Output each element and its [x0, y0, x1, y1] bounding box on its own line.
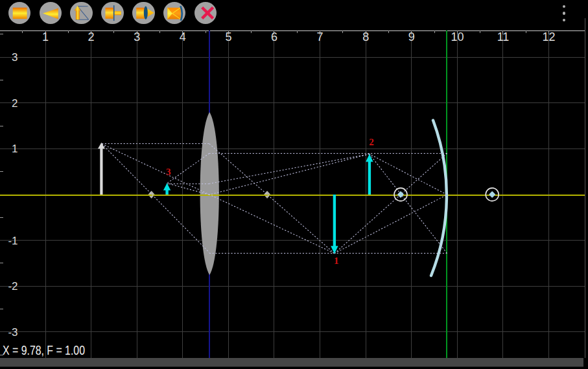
svg-text:2: 2 [12, 97, 18, 110]
svg-text:-2: -2 [8, 280, 18, 292]
svg-text:1: 1 [42, 30, 49, 43]
svg-text:4: 4 [180, 30, 186, 43]
svg-text:6: 6 [271, 30, 277, 43]
svg-text:-1: -1 [8, 235, 18, 247]
svg-text:9: 9 [408, 30, 415, 43]
svg-text:12: 12 [543, 30, 556, 43]
svg-text:X = 9.78, F = 1.00: X = 9.78, F = 1.00 [3, 343, 85, 357]
svg-text:5: 5 [225, 30, 231, 43]
svg-text:8: 8 [362, 30, 369, 43]
svg-text:-3: -3 [8, 326, 18, 339]
svg-text:2: 2 [88, 30, 95, 43]
svg-text:3: 3 [134, 30, 140, 43]
svg-text:3: 3 [12, 51, 18, 64]
svg-text:11: 11 [497, 30, 510, 43]
svg-text:7: 7 [317, 30, 323, 43]
svg-text:10: 10 [451, 30, 464, 43]
svg-text:1: 1 [334, 256, 339, 266]
svg-text:1: 1 [12, 143, 18, 155]
svg-text:2: 2 [369, 137, 374, 147]
svg-text:3: 3 [166, 167, 171, 177]
